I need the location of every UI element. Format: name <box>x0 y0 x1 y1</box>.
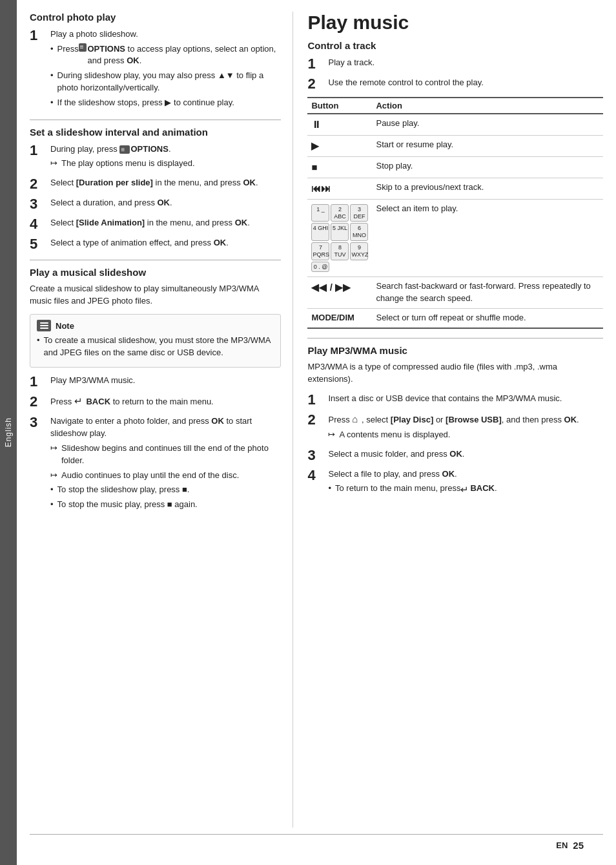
bullet-options: Press OPTIONS to access play options, se… <box>50 43 281 68</box>
step-num-s5: 5 <box>30 236 46 252</box>
numpad-6: 6 MNO <box>350 223 368 241</box>
ms-step-3-content: Navigate to enter a photo folder, and pr… <box>50 415 281 514</box>
step-2-interval-text: Select [Duration per slide] in the menu,… <box>50 176 281 189</box>
numpad-0: 0 . @ <box>311 262 329 273</box>
note-icon-lines <box>40 322 48 329</box>
ms-arrow-2: ↦ Audio continues to play until the end … <box>50 469 281 482</box>
mp3-title: Play MP3/WMA music <box>307 345 603 356</box>
right-divider <box>307 338 603 339</box>
numpad-3: 3 DEF <box>350 204 368 222</box>
mp3-step-3: 3 Select a music folder, and press OK. <box>307 448 603 463</box>
note-line-2 <box>40 325 48 326</box>
divider-1 <box>30 120 281 120</box>
track-step-num-2: 2 <box>307 76 324 92</box>
btn-ff: ◀◀ / ▶▶ <box>307 277 372 309</box>
numpad-5: 5 JKL <box>331 223 349 241</box>
note-icon <box>37 320 51 331</box>
back-arrow-1: ↵ <box>74 394 83 409</box>
play-symbol: ▶ <box>311 139 319 153</box>
step-4-interval-text: Select [Slide Animation] in the menu, an… <box>50 216 281 229</box>
action-skip: Skip to a previous/next track. <box>372 178 603 199</box>
note-label: Note <box>56 321 74 331</box>
step-1-photo-text: Play a photo slideshow. <box>50 28 281 41</box>
action-ff: Search fast-backward or fast-forward. Pr… <box>372 277 603 309</box>
right-column: Play music Control a track 1 Play a trac… <box>293 12 603 828</box>
numpad-8: 8 TUV <box>331 242 349 260</box>
mp3-step-num-2: 2 <box>307 412 324 428</box>
ms-arrow-sym-2: ↦ <box>50 469 57 482</box>
bullet-dot-1: Press <box>57 43 79 56</box>
step-1-interval-text: During play, press OPTIONS. <box>50 143 281 156</box>
page-footer: EN 25 <box>30 834 603 853</box>
bullet-flip: During slideshow play, you may also pres… <box>50 70 281 94</box>
numpad-7: 7 PQRS <box>311 242 329 260</box>
table-row-skip: ⏮⏭ Skip to a previous/next track. <box>307 178 603 199</box>
step-1-interval-content: During play, press OPTIONS. ↦ The play o… <box>50 143 281 172</box>
mp3-arrow-1-text: A contents menu is displayed. <box>339 428 450 441</box>
ms-step-1-text: Play MP3/WMA music. <box>50 374 281 387</box>
ms-step-num-2: 2 <box>30 394 46 410</box>
control-track-title: Control a track <box>307 40 603 51</box>
ms-step-3-bullets: To stop the slideshow play, press ■. To … <box>50 484 281 511</box>
numpad-4: 4 GHI <box>311 223 329 241</box>
ms-step-2-text: Press ↵ BACK to return to the main menu. <box>50 394 281 409</box>
step-num-s2: 2 <box>30 176 46 192</box>
mp3-step-4-text: Select a file to play, and press OK. <box>328 468 603 481</box>
track-step-2-content: Use the remote control to control the pl… <box>328 76 603 90</box>
mp3-arrow-1: ↦ A contents menu is displayed. <box>328 428 603 441</box>
ms-step-num-1: 1 <box>30 374 46 390</box>
mp3-intro: MP3/WMA is a type of compressed audio fi… <box>307 361 603 386</box>
btn-stop: ■ <box>307 157 372 178</box>
ms-arrow-1: ↦ Slideshow begins and continues till th… <box>50 442 281 467</box>
step-3-interval-content: Select a duration, and press OK. <box>50 196 281 211</box>
ms-bullet-2: To stop the music play, press ■ again. <box>50 499 281 511</box>
mp3-arrow-sym-1: ↦ <box>328 428 335 441</box>
table-col-button: Button <box>307 98 372 114</box>
numpad-grid: 1 _ 2 ABC 3 DEF 4 GHI 5 JKL 6 MNO 7 PQRS… <box>311 204 368 273</box>
btn-play: ▶ <box>307 136 372 157</box>
pause-symbol: ⏸ <box>311 118 321 132</box>
ms-step-1: 1 Play MP3/WMA music. <box>30 374 281 390</box>
note-line-3 <box>40 328 48 329</box>
track-step-list: 1 Play a track. 2 Use the remote control… <box>307 56 603 92</box>
ms-step-2: 2 Press ↵ BACK to return to the main men… <box>30 394 281 410</box>
note-header: Note <box>37 320 274 331</box>
step-5-interval: 5 Select a type of animation effect, and… <box>30 236 281 252</box>
musical-slideshow-intro: Create a musical slideshow to play simul… <box>30 283 281 307</box>
musical-slideshow-steps: 1 Play MP3/WMA music. 2 Press ↵ BACK to … <box>30 374 281 514</box>
step-5-interval-content: Select a type of animation effect, and p… <box>50 236 281 251</box>
track-step-1-text: Play a track. <box>328 56 603 69</box>
mp3-step-1: 1 Insert a disc or USB device that conta… <box>307 392 603 408</box>
btn-mode: MODE/DIM <box>307 309 372 328</box>
ms-bullet-1: To stop the slideshow play, press ■. <box>50 484 281 496</box>
step-num-s1: 1 <box>30 143 46 158</box>
table-row-mode: MODE/DIM Select or turn off repeat or sh… <box>307 309 603 328</box>
mp3-bullet-1: To return to the main menu, press ↵ BACK… <box>328 483 603 497</box>
mp3-step-1-content: Insert a disc or USB device that contain… <box>328 392 603 406</box>
note-bullet-1: To create a musical slideshow, you must … <box>37 335 274 359</box>
mp3-step-num-3: 3 <box>307 448 324 463</box>
table-row-pause: ⏸ Pause play. <box>307 114 603 135</box>
ms-arrow-1-text: Slideshow begins and continues till the … <box>61 442 281 467</box>
divider-2 <box>30 260 281 260</box>
step-num-s3: 3 <box>30 196 46 212</box>
note-bullets: To create a musical slideshow, you must … <box>37 335 274 359</box>
track-table: Button Action ⏸ Pause play. ▶ Start or r… <box>307 97 603 328</box>
page-container: English Control photo play 1 Play a phot… <box>0 0 616 865</box>
btn-pause: ⏸ <box>307 114 372 135</box>
btn-skip: ⏮⏭ <box>307 178 372 199</box>
skip-symbol: ⏮⏭ <box>311 182 331 196</box>
step-2-interval-content: Select [Duration per slide] in the menu,… <box>50 176 281 191</box>
step-num-s4: 4 <box>30 216 46 232</box>
stop-symbol: ■ <box>311 160 317 174</box>
step-2-interval: 2 Select [Duration per slide] in the men… <box>30 176 281 192</box>
side-tab-label: English <box>4 417 13 447</box>
action-mode: Select or turn off repeat or shuffle mod… <box>372 309 603 328</box>
mp3-step-1-text: Insert a disc or USB device that contain… <box>328 392 603 405</box>
mp3-step-2: 2 Press ⌂ , select [Play Disc] or [Brows… <box>307 412 603 443</box>
step-1-photo: 1 Play a photo slideshow. Press OPTIONS … <box>30 28 281 112</box>
mp3-step-num-4: 4 <box>307 468 324 483</box>
note-line-1 <box>40 322 48 324</box>
track-step-num-1: 1 <box>307 56 324 72</box>
mp3-step-num-1: 1 <box>307 392 324 408</box>
